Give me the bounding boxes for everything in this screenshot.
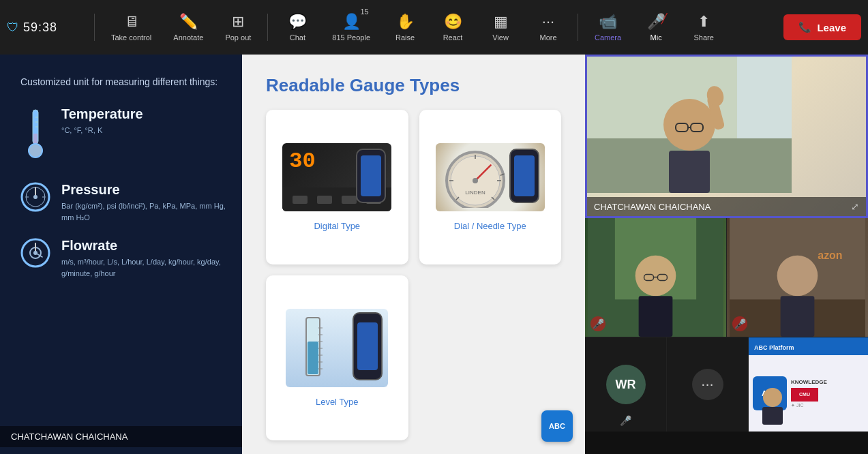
svg-rect-56 — [781, 296, 815, 337]
raise-button[interactable]: ✋ Raise — [381, 7, 429, 47]
video-bottom-row: WR 🎤 ··· ABC Platform ABC KNOWLEDGE — [585, 337, 868, 432]
pressure-gauge-icon — [20, 182, 50, 218]
flowmeter-icon — [20, 238, 50, 274]
more-icon: ··· — [542, 13, 554, 31]
camera-button[interactable]: 📹 Camera — [584, 7, 632, 47]
mic-icon: 🎤╱ — [647, 13, 665, 31]
svg-rect-3 — [35, 117, 38, 118]
svg-rect-58 — [762, 407, 783, 425]
level-gauge-card: Level Type — [266, 275, 408, 440]
people-count-badge: 15 — [360, 7, 368, 16]
annotate-icon: ✏️ — [179, 13, 198, 31]
shield-icon: 🛡 — [7, 20, 19, 35]
phone-icon: 📞 — [798, 21, 811, 33]
thermometer-icon — [20, 106, 50, 167]
presenter-label: CHATCHAWAN CHAICHANA — [0, 426, 242, 447]
people-label: 815 People — [332, 33, 370, 42]
view-icon: ▦ — [494, 13, 508, 31]
slide-area: Readable Gauge Types 30 0 — [242, 55, 585, 454]
svg-point-9 — [33, 195, 38, 199]
topbar-divider-2 — [267, 14, 268, 41]
participant-2-mic-icon: 🎤 — [732, 316, 747, 331]
react-button[interactable]: 😊 React — [429, 7, 477, 47]
svg-rect-5 — [35, 126, 38, 127]
flowrate-detail: m/s, m³/hour, L/s, L/hour, L/day, kg/hou… — [61, 256, 228, 279]
more-label: More — [540, 33, 557, 42]
react-label: React — [443, 33, 463, 42]
gauge-grid: 30 0 Digital Type — [266, 110, 561, 440]
svg-text:azon: azon — [818, 249, 842, 261]
flowrate-title: Flowrate — [61, 238, 228, 254]
topbar-divider-3 — [578, 14, 578, 41]
slide-title: Readable Gauge Types — [266, 75, 561, 96]
svg-rect-51 — [639, 296, 673, 337]
chat-icon: 💬 — [288, 13, 307, 31]
raise-label: Raise — [395, 33, 415, 42]
topbar-divider — [94, 14, 95, 41]
info-intro: Customized unit for measuring different … — [20, 75, 228, 89]
leave-button[interactable]: 📞 Leave — [783, 14, 861, 40]
presentation-panel: Customized unit for measuring different … — [0, 55, 585, 454]
participant-tile-2: azon 🎤 — [727, 218, 868, 337]
svg-point-57 — [763, 388, 782, 407]
people-button[interactable]: 👤15 815 People — [321, 7, 381, 47]
svg-text:LINDEN: LINDEN — [465, 190, 485, 196]
phone-mockup-dial — [509, 149, 539, 203]
info-panel: Customized unit for measuring different … — [0, 55, 242, 454]
svg-point-55 — [777, 256, 818, 297]
pop-out-label: Pop out — [225, 33, 251, 42]
avatar-circle: WR — [606, 365, 646, 404]
share-button[interactable]: ⬆ Share — [680, 7, 728, 47]
video-panel: CHATCHAWAN CHAICHANA ⤢ — [585, 55, 868, 454]
react-icon: 😊 — [444, 13, 462, 31]
main-speaker-name-tag: CHATCHAWAN CHAICHANA ⤢ — [587, 197, 866, 216]
pop-out-button[interactable]: ⊞ Pop out — [214, 7, 262, 47]
take-control-icon: 🖥 — [124, 13, 139, 31]
raise-icon: ✋ — [396, 13, 415, 31]
timer: 59:38 — [23, 20, 57, 35]
chat-label: Chat — [290, 33, 305, 42]
more-participants-button[interactable]: ··· — [692, 369, 723, 400]
pop-out-icon: ⊞ — [232, 13, 244, 31]
mic-label: Mic — [650, 33, 662, 42]
temperature-title: Temperature — [61, 106, 143, 122]
dial-type-label: Dial / Needle Type — [454, 221, 526, 231]
expand-icon[interactable]: ⤢ — [851, 201, 859, 212]
camera-icon: 📹 — [599, 13, 617, 31]
svg-rect-4 — [35, 121, 38, 123]
more-participants-tile: ··· — [667, 337, 749, 432]
mic-button[interactable]: 🎤╱ Mic — [632, 7, 680, 47]
digital-gauge-card: 30 0 Digital Type — [266, 110, 408, 264]
phone-mockup-level — [353, 312, 383, 380]
temperature-item: Temperature °C, °F, °R, K — [20, 106, 228, 167]
camera-label: Camera — [595, 33, 621, 42]
annotate-button[interactable]: ✏️ Annotate — [162, 7, 214, 47]
digital-gauge-image: 30 0 — [282, 143, 391, 211]
svg-rect-27 — [308, 342, 318, 374]
video-row: 🎤 azon 🎤 — [585, 218, 868, 337]
share-icon: ⬆ — [698, 13, 710, 31]
main-speaker-name: CHATCHAWAN CHAICHANA — [594, 202, 710, 212]
pressure-title: Pressure — [61, 182, 228, 198]
more-button[interactable]: ··· More — [524, 7, 572, 47]
main-speaker-video: CHATCHAWAN CHAICHANA ⤢ — [585, 55, 868, 218]
svg-point-24 — [473, 178, 478, 183]
abc-logo: ABC — [541, 410, 573, 442]
chat-button[interactable]: 💬 Chat — [273, 7, 321, 47]
view-button[interactable]: ▦ View — [477, 7, 524, 47]
leave-label: Leave — [817, 22, 846, 33]
participant-tile-1: 🎤 — [585, 218, 727, 337]
topbar-left: 🛡 59:38 — [7, 20, 89, 35]
avatar-tile: WR 🎤 — [585, 337, 667, 432]
pressure-item: Pressure Bar (kg/cm²), psi (lb/inci²), P… — [20, 182, 228, 223]
main-speaker-bg — [587, 57, 866, 216]
temperature-text: Temperature °C, °F, °R, K — [61, 106, 143, 136]
dial-gauge-image: LINDEN — [436, 143, 545, 211]
avatar-mic-icon: 🎤 — [620, 415, 631, 426]
svg-point-38 — [663, 99, 715, 151]
svg-point-14 — [33, 251, 38, 255]
annotate-label: Annotate — [173, 33, 203, 42]
take-control-button[interactable]: 🖥 Take control — [100, 7, 162, 47]
people-icon: 👤15 — [342, 13, 361, 31]
pressure-text: Pressure Bar (kg/cm²), psi (lb/inci²), P… — [61, 182, 228, 223]
